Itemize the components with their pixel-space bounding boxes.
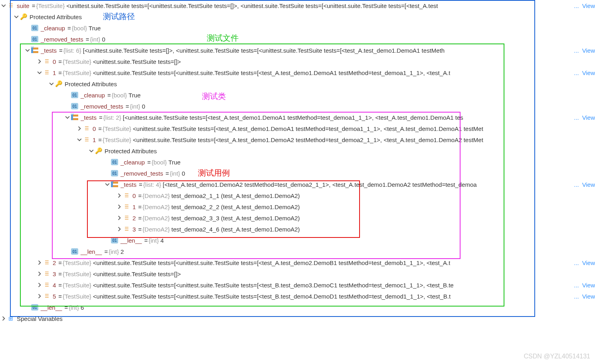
chevron-right-icon[interactable] (116, 214, 123, 222)
object-icon: ☰ (123, 192, 130, 199)
object-icon: ☰ (43, 58, 50, 65)
primitive-icon: 01 (31, 36, 38, 42)
tree-row-protected[interactable]: 🔑 Protected Attributes (0, 145, 595, 156)
chevron-down-icon[interactable] (36, 69, 43, 76)
list-icon (111, 181, 118, 188)
primitive-icon: 01 (71, 248, 78, 255)
tree-row-protected[interactable]: 🔑 Protected Attributes (0, 11, 595, 22)
var-type: {TestSuite} (36, 2, 65, 9)
tree-row-tests-2[interactable]: _tests = {list: 2} [<unittest.suite.Test… (0, 112, 595, 123)
view-link[interactable]: View (580, 2, 595, 9)
chevron-down-icon[interactable] (24, 47, 31, 54)
tree-row-item[interactable]: ☰ 0 = {TestSuite} <unittest.suite.TestSu… (0, 123, 595, 134)
tree-row-tests-6[interactable]: _tests = {list: 6} [<unittest.suite.Test… (0, 45, 595, 56)
list-icon (71, 114, 78, 121)
view-link[interactable]: View (580, 293, 595, 300)
tree-row-item[interactable]: ☰ 1 = {TestSuite} <unittest.suite.TestSu… (0, 67, 595, 78)
tree-row-suite[interactable]: ☰ suite = {TestSuite} <unittest.suite.Te… (0, 0, 595, 11)
key-icon: 🔑 (95, 147, 102, 154)
annotation-label-case: 测试用例 (198, 168, 230, 178)
primitive-icon: 01 (71, 92, 78, 98)
tree-row-item[interactable]: ☰ 0 = {DemoA2} test_demoa2_1_1 (test_A.t… (0, 190, 595, 201)
object-icon: ☰ (43, 69, 50, 76)
chevron-right-icon[interactable] (76, 125, 83, 132)
tree-row-tests-4[interactable]: _tests = {list: 4} [<test_A.test_demo1.D… (0, 179, 595, 190)
primitive-icon: 01 (111, 159, 118, 165)
tree-row-removed[interactable]: 01 _removed_tests = {int} 0 (0, 168, 595, 179)
chevron-right-icon[interactable] (36, 293, 43, 300)
chevron-down-icon[interactable] (104, 181, 111, 188)
view-link[interactable]: View (580, 259, 595, 266)
tree-row-protected[interactable]: 🔑 Protected Attributes (0, 78, 595, 89)
object-icon: ☰ (123, 203, 130, 210)
var-name: suite (17, 2, 30, 9)
tree-row-item[interactable]: ☰ 2 = {TestSuite} <unittest.suite.TestSu… (0, 257, 595, 268)
tree-row-item[interactable]: ☰ 0 = {TestSuite} <unittest.suite.TestSu… (0, 56, 595, 67)
view-link[interactable]: View (580, 114, 595, 121)
tree-row-cleanup[interactable]: 01 _cleanup = {bool} True (0, 22, 595, 34)
primitive-icon: 01 (31, 25, 38, 31)
chevron-down-icon[interactable] (48, 80, 55, 87)
chevron-right-icon[interactable] (36, 259, 43, 266)
view-link[interactable]: View (580, 181, 595, 188)
primitive-icon: 01 (111, 170, 118, 176)
key-icon: 🔑 (20, 13, 27, 20)
var-value: <unittest.suite.TestSuite tests=[<unitte… (66, 2, 438, 9)
tree-row-special-vars[interactable]: ⊞ Special Variables (0, 313, 595, 324)
object-icon: ☰ (7, 2, 14, 9)
object-icon: ☰ (123, 214, 130, 222)
chevron-right-icon[interactable] (36, 281, 43, 289)
chevron-down-icon[interactable] (0, 2, 7, 9)
tree-row-item[interactable]: ☰ 1 = {DemoA2} test_demoa2_2_2 (test_A.t… (0, 201, 595, 212)
watermark: CSDN @YZL40514131 (524, 353, 590, 360)
chevron-right-icon[interactable] (36, 270, 43, 277)
object-icon: ☰ (83, 125, 90, 132)
tree-row-len[interactable]: 01 __len__ = {int} 4 (0, 235, 595, 246)
primitive-icon: 01 (71, 103, 78, 109)
chevron-down-icon[interactable] (88, 147, 95, 154)
object-icon: ☰ (123, 226, 130, 233)
object-icon: ☰ (43, 270, 50, 277)
tree-row-removed[interactable]: 01 _removed_tests = {int} 0 (0, 34, 595, 45)
chevron-down-icon[interactable] (76, 136, 83, 143)
view-link[interactable]: View (580, 282, 595, 289)
chevron-right-icon[interactable] (36, 58, 43, 65)
key-icon: 🔑 (55, 80, 62, 87)
tree-row-item[interactable]: ☰ 2 = {DemoA2} test_demoa2_3_3 (test_A.t… (0, 212, 595, 224)
chevron-down-icon[interactable] (13, 13, 20, 20)
list-icon (31, 47, 38, 54)
annotation-label-file: 测试文件 (207, 33, 239, 44)
annotation-label-path: 测试路径 (103, 11, 135, 22)
chevron-right-icon[interactable] (116, 192, 123, 199)
chevron-right-icon[interactable] (0, 315, 7, 322)
object-icon: ☰ (83, 136, 90, 143)
primitive-icon: 01 (111, 237, 118, 243)
object-icon: ☰ (43, 259, 50, 266)
chevron-right-icon[interactable] (116, 226, 123, 233)
object-icon: ☰ (43, 293, 50, 300)
annotation-label-class: 测试类 (202, 91, 226, 102)
tree-row-item[interactable]: ☰ 3 = {DemoA2} test_demoa2_4_6 (test_A.t… (0, 224, 595, 235)
view-link[interactable]: View (580, 47, 595, 54)
tree-row-len[interactable]: 01 __len__ = {int} 2 (0, 246, 595, 257)
special-icon: ⊞ (7, 315, 14, 322)
chevron-right-icon[interactable] (116, 203, 123, 210)
tree-row-cleanup[interactable]: 01 _cleanup = {bool} True (0, 156, 595, 168)
tree-row-item[interactable]: ☰ 4 = {TestSuite} <unittest.suite.TestSu… (0, 279, 595, 291)
tree-row-item[interactable]: ☰ 5 = {TestSuite} <unittest.suite.TestSu… (0, 291, 595, 302)
tree-row-item[interactable]: ☰ 1 = {TestSuite} <unittest.suite.TestSu… (0, 134, 595, 145)
tree-row-len[interactable]: 01 __len__ = {int} 6 (0, 302, 595, 313)
tree-row-item[interactable]: ☰ 3 = {TestSuite} <unittest.suite.TestSu… (0, 268, 595, 279)
chevron-down-icon[interactable] (64, 114, 71, 121)
primitive-icon: 01 (31, 304, 38, 311)
tree-row-removed[interactable]: 01 _removed_tests = {int} 0 (0, 101, 595, 112)
view-link[interactable]: View (580, 69, 595, 76)
object-icon: ☰ (43, 281, 50, 289)
tree-row-cleanup[interactable]: 01 _cleanup = {bool} True (0, 89, 595, 101)
